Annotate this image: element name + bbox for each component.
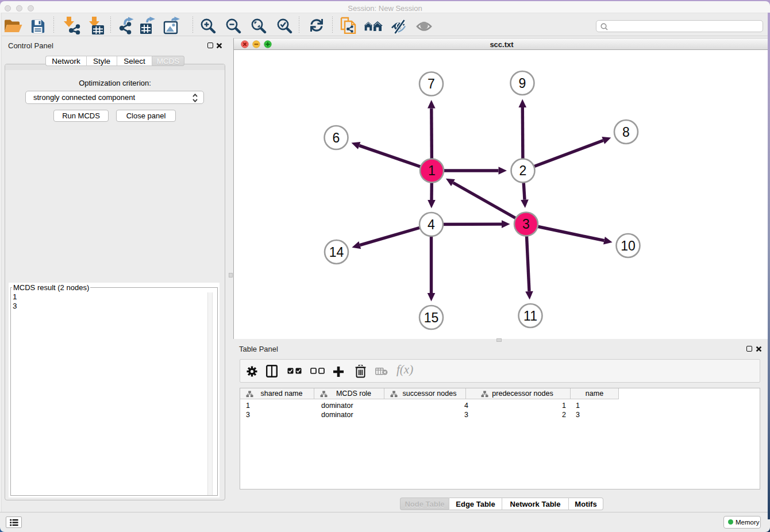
svg-text:4: 4 — [428, 217, 435, 232]
svg-text:15: 15 — [424, 310, 439, 325]
svg-text:10: 10 — [621, 238, 636, 253]
svg-text:7: 7 — [428, 76, 435, 91]
svg-text:14: 14 — [329, 245, 344, 260]
svg-text:3: 3 — [522, 217, 530, 232]
svg-text:11: 11 — [523, 309, 537, 323]
svg-text:8: 8 — [622, 125, 630, 140]
svg-text:1: 1 — [428, 163, 436, 178]
svg-text:6: 6 — [333, 130, 340, 145]
svg-text:9: 9 — [519, 76, 526, 91]
svg-text:2: 2 — [519, 163, 527, 178]
